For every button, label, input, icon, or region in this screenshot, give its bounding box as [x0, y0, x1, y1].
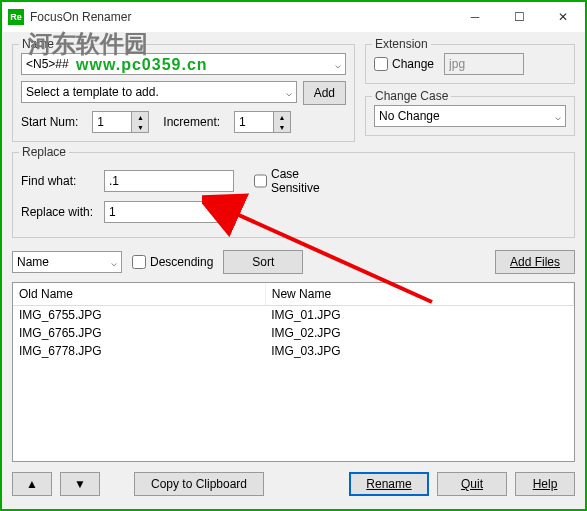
help-button[interactable]: Help	[515, 472, 575, 496]
find-what-input[interactable]	[104, 170, 234, 192]
change-case-value: No Change	[379, 109, 440, 123]
template-combo[interactable]: Select a template to add. ⌵	[21, 81, 297, 103]
replace-with-input[interactable]	[104, 201, 234, 223]
increment-label: Increment:	[163, 115, 220, 129]
change-case-legend: Change Case	[372, 89, 451, 103]
case-sensitive-checkbox[interactable]: Case Sensitive	[254, 167, 329, 195]
spin-up-icon[interactable]: ▲	[132, 112, 148, 122]
chevron-down-icon: ⌵	[335, 59, 341, 70]
name-pattern-value: <N5>##	[26, 57, 69, 71]
close-button[interactable]: ✕	[541, 2, 585, 32]
chevron-down-icon: ⌵	[286, 87, 292, 98]
quit-button[interactable]: Quit	[437, 472, 507, 496]
sort-field-combo[interactable]: Name ⌵	[12, 251, 122, 273]
name-legend: Name	[19, 37, 57, 51]
maximize-button[interactable]: ☐	[497, 2, 541, 32]
replace-fieldset: Replace Find what: Case Sensitive Replac…	[12, 152, 575, 238]
rename-button[interactable]: Rename	[349, 472, 429, 496]
name-pattern-combo[interactable]: <N5>## ⌵	[21, 53, 346, 75]
change-ext-checkbox[interactable]: Change	[374, 57, 434, 71]
old-name-cell: IMG_6765.JPG	[13, 324, 265, 342]
descending-label: Descending	[150, 255, 213, 269]
copy-clipboard-button[interactable]: Copy to Clipboard	[134, 472, 264, 496]
new-name-cell: IMG_01.JPG	[265, 306, 573, 325]
spin-up-icon[interactable]: ▲	[274, 112, 290, 122]
descending-checkbox[interactable]: Descending	[132, 255, 213, 269]
case-sensitive-input[interactable]	[254, 174, 267, 188]
new-name-cell: IMG_02.JPG	[265, 324, 573, 342]
sort-button[interactable]: Sort	[223, 250, 303, 274]
file-table[interactable]: Old Name New Name IMG_6755.JPGIMG_01.JPG…	[12, 282, 575, 462]
spin-down-icon[interactable]: ▼	[274, 122, 290, 132]
change-ext-label: Change	[392, 57, 434, 71]
add-template-button[interactable]: Add	[303, 81, 346, 105]
old-name-header[interactable]: Old Name	[13, 283, 265, 306]
move-up-button[interactable]: ▲	[12, 472, 52, 496]
table-row[interactable]: IMG_6755.JPGIMG_01.JPG	[13, 306, 574, 325]
app-icon: Re	[8, 9, 24, 25]
find-what-label: Find what:	[21, 174, 96, 188]
extension-fieldset: Extension Change	[365, 44, 575, 84]
change-case-fieldset: Change Case No Change ⌵	[365, 96, 575, 136]
chevron-down-icon: ⌵	[555, 111, 561, 122]
old-name-cell: IMG_6755.JPG	[13, 306, 265, 325]
template-placeholder: Select a template to add.	[26, 85, 159, 99]
start-num-input[interactable]	[92, 111, 132, 133]
add-files-button[interactable]: Add Files	[495, 250, 575, 274]
start-num-label: Start Num:	[21, 115, 78, 129]
increment-spinner[interactable]: ▲▼	[234, 111, 291, 133]
new-name-cell: IMG_03.JPG	[265, 342, 573, 360]
old-name-cell: IMG_6778.JPG	[13, 342, 265, 360]
title-bar: Re FocusOn Renamer ─ ☐ ✕	[2, 2, 585, 32]
replace-with-label: Replace with:	[21, 205, 96, 219]
name-fieldset: Name <N5>## ⌵ Select a template to add. …	[12, 44, 355, 142]
spin-down-icon[interactable]: ▼	[132, 122, 148, 132]
table-row[interactable]: IMG_6778.JPGIMG_03.JPG	[13, 342, 574, 360]
change-case-combo[interactable]: No Change ⌵	[374, 105, 566, 127]
minimize-button[interactable]: ─	[453, 2, 497, 32]
sort-field-value: Name	[17, 255, 49, 269]
replace-legend: Replace	[19, 145, 69, 159]
chevron-down-icon: ⌵	[111, 257, 117, 268]
move-down-button[interactable]: ▼	[60, 472, 100, 496]
increment-input[interactable]	[234, 111, 274, 133]
case-sensitive-label: Case Sensitive	[271, 167, 329, 195]
change-ext-input[interactable]	[374, 57, 388, 71]
table-row[interactable]: IMG_6765.JPGIMG_02.JPG	[13, 324, 574, 342]
extension-legend: Extension	[372, 37, 431, 51]
new-name-header[interactable]: New Name	[265, 283, 573, 306]
window-title: FocusOn Renamer	[30, 10, 453, 24]
start-num-spinner[interactable]: ▲▼	[92, 111, 149, 133]
descending-input[interactable]	[132, 255, 146, 269]
ext-value-input	[444, 53, 524, 75]
